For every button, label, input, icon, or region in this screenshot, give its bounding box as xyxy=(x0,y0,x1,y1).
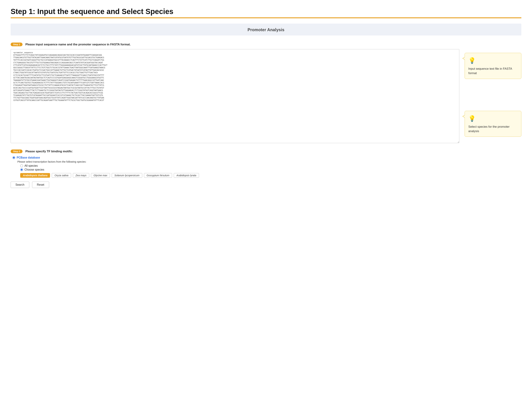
step1-label: Please input sequence name and the promo… xyxy=(25,42,131,46)
species-tags: Arabidopsis thalianaOryza sativaZea mays… xyxy=(20,173,459,178)
all-species-row[interactable]: All species xyxy=(20,164,459,167)
species-tag-0[interactable]: Arabidopsis thaliana xyxy=(20,173,50,178)
step2-badge: Step 2 xyxy=(11,150,23,153)
left-column: Step 1 Please input sequence name and th… xyxy=(11,42,459,188)
reset-button[interactable]: Reset xyxy=(32,182,49,188)
species-options: All species Choose species xyxy=(20,164,459,171)
species-tag-2[interactable]: Zea mays xyxy=(73,173,89,178)
database-section: PCBase database Please select transcript… xyxy=(11,156,459,178)
search-button[interactable]: Search xyxy=(11,182,29,188)
all-species-radio[interactable] xyxy=(20,165,23,167)
pcbase-label: PCBase database xyxy=(17,156,40,159)
species-callout-icon: 💡 xyxy=(468,114,518,123)
step2-section: Step 2 Please specify TF binding motifs:… xyxy=(11,149,459,178)
main-layout: Step 1 Please input sequence name and th… xyxy=(11,42,521,188)
species-tag-1[interactable]: Oryza sativa xyxy=(52,173,71,178)
species-tag-6[interactable]: Arabidopsis lyrata xyxy=(174,173,199,178)
section-header: Promoter Analysis xyxy=(11,24,521,35)
right-column: 💡 Input sequence text file in FASTA form… xyxy=(465,42,521,137)
step1-row: Step 1 Please input sequence name and th… xyxy=(11,42,459,46)
fasta-callout-wrapper: 💡 Input sequence text file in FASTA form… xyxy=(465,53,521,79)
step2-label: Please specify TF binding motifs: xyxy=(25,149,73,153)
fasta-input[interactable] xyxy=(11,49,459,143)
fasta-callout: 💡 Input sequence text file in FASTA form… xyxy=(465,53,521,79)
title-underline xyxy=(11,17,521,18)
species-subtext: Please select transcription factors from… xyxy=(17,160,459,163)
species-tag-3[interactable]: Glycine max xyxy=(91,173,110,178)
species-callout: 💡 Select species for the promoter analys… xyxy=(465,111,521,137)
species-callout-text: Select species for the promoter analysis xyxy=(468,125,509,133)
choose-species-radio[interactable] xyxy=(20,168,23,171)
step1-badge: Step 1 xyxy=(11,43,23,46)
pcbase-radio[interactable] xyxy=(13,156,15,159)
pcbase-radio-row[interactable]: PCBase database xyxy=(13,156,459,159)
fasta-callout-icon: 💡 xyxy=(468,56,518,65)
choose-species-row[interactable]: Choose species xyxy=(20,168,459,171)
species-callout-wrapper: 💡 Select species for the promoter analys… xyxy=(465,111,521,137)
species-tag-4[interactable]: Solanum lycopersicum xyxy=(112,173,142,178)
fasta-callout-text: Input sequence text file in FASTA format xyxy=(468,67,512,75)
species-tag-5[interactable]: Gossypium hirsutum xyxy=(144,173,172,178)
buttons-row: Search Reset xyxy=(11,182,459,188)
step2-row: Step 2 Please specify TF binding motifs: xyxy=(11,149,459,153)
choose-species-label: Choose species xyxy=(25,168,44,171)
page-title: Step 1: Input the sequence and Select Sp… xyxy=(11,7,521,16)
all-species-label: All species xyxy=(25,164,38,167)
